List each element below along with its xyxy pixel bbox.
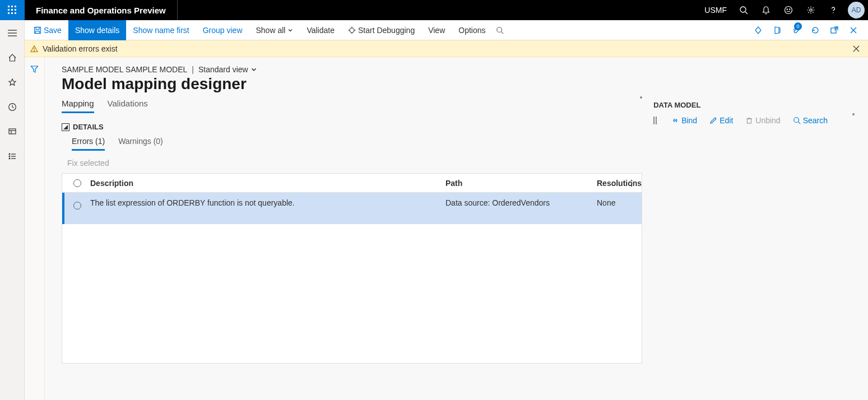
panel-grip[interactable] (653, 117, 657, 124)
svg-rect-20 (9, 129, 16, 134)
settings-button[interactable] (800, 0, 822, 20)
group-view-label: Group view (203, 26, 243, 35)
svg-line-55 (674, 119, 676, 122)
view-label: View (428, 26, 445, 35)
pencil-icon (709, 117, 717, 124)
search-button[interactable]: Search (793, 116, 828, 125)
titlebar-divider (177, 0, 178, 20)
grid-col-path[interactable]: Path (445, 179, 597, 188)
close-icon (850, 26, 857, 34)
avatar[interactable]: AD (848, 2, 865, 18)
cmd-popout-button[interactable] (827, 20, 842, 40)
row-path: Data source: OrderedVendors (445, 198, 597, 207)
banner-close-button[interactable] (848, 40, 865, 57)
chevron-down-icon (287, 27, 293, 33)
view-dropdown[interactable]: Standard view (198, 65, 257, 74)
svg-point-37 (496, 27, 502, 32)
validate-label: Validate (307, 26, 335, 35)
nav-modules[interactable] (0, 148, 25, 165)
app-title: Finance and Operations Preview (25, 6, 177, 15)
help-button[interactable] (822, 0, 844, 20)
start-debugging-label: Start Debugging (358, 26, 415, 35)
cmd-close-button[interactable] (846, 20, 861, 40)
search-button[interactable] (732, 0, 755, 20)
svg-point-51 (631, 183, 633, 184)
fix-selected-button[interactable]: Fix selected (62, 159, 642, 168)
nav-recent[interactable] (0, 99, 25, 115)
grid-column-menu[interactable] (625, 174, 638, 193)
subtab-errors[interactable]: Errors (1) (72, 137, 105, 151)
svg-rect-56 (748, 119, 751, 123)
validate-button[interactable]: Validate (300, 20, 341, 40)
grid-col-description[interactable]: Description (87, 179, 445, 188)
caret-icon (63, 125, 68, 129)
svg-rect-1 (11, 6, 13, 7)
group-view-button[interactable]: Group view (196, 20, 249, 40)
start-debugging-button[interactable]: Start Debugging (341, 20, 421, 40)
svg-point-47 (34, 50, 34, 51)
svg-rect-31 (36, 31, 40, 33)
search-label: Search (803, 116, 828, 125)
close-icon (853, 45, 860, 52)
notifications-button[interactable] (755, 0, 777, 20)
breadcrumb: SAMPLE MODEL SAMPLE MODEL (62, 65, 187, 74)
save-button[interactable]: Save (27, 20, 68, 40)
subtab-warnings[interactable]: Warnings (0) (118, 137, 163, 151)
details-heading: DETAILS (73, 123, 104, 131)
diamond-icon (754, 26, 763, 35)
more-vertical-icon (630, 179, 633, 187)
show-name-first-label: Show name first (133, 26, 189, 35)
edit-button[interactable]: Edit (709, 116, 733, 125)
nav-expand-button[interactable] (0, 25, 25, 41)
errors-grid: Description Path Resolutions (62, 173, 642, 364)
cmd-refresh-button[interactable] (807, 20, 823, 40)
show-all-dropdown[interactable]: Show all (249, 20, 300, 40)
warning-icon (30, 45, 38, 53)
view-menu[interactable]: View (421, 20, 452, 40)
svg-rect-5 (15, 9, 16, 11)
workspace-icon (8, 127, 17, 136)
search-icon (793, 117, 801, 124)
company-code[interactable]: USMF (699, 6, 732, 15)
nav-workspaces[interactable] (0, 123, 25, 140)
grip-vertical-icon (653, 117, 657, 124)
bell-icon (762, 6, 770, 15)
cmd-attachments-button[interactable]: 0 (788, 20, 804, 40)
row-select[interactable] (73, 202, 81, 210)
gear-icon (806, 6, 815, 15)
row-description: The list expression of ORDERBY function … (87, 198, 445, 207)
cmd-office-button[interactable] (769, 20, 785, 40)
refresh-icon (811, 26, 820, 35)
edit-label: Edit (720, 116, 733, 125)
save-icon (34, 26, 41, 34)
svg-point-23 (9, 154, 10, 155)
svg-point-11 (785, 7, 792, 14)
popout-icon (830, 26, 839, 35)
save-label: Save (44, 26, 62, 35)
svg-point-27 (9, 158, 10, 159)
grid-select-all[interactable] (73, 179, 81, 187)
tab-mapping[interactable]: Mapping (62, 99, 94, 113)
search-icon (496, 26, 504, 34)
table-row[interactable]: The list expression of ORDERBY function … (62, 193, 642, 224)
filter-button[interactable] (30, 65, 39, 400)
nav-favorites[interactable] (0, 74, 25, 91)
tab-validations[interactable]: Validations (108, 99, 148, 113)
trash-icon (745, 117, 753, 124)
bind-button[interactable]: Bind (671, 116, 697, 125)
svg-rect-6 (8, 12, 10, 14)
show-name-first-button[interactable]: Show name first (126, 20, 196, 40)
options-menu[interactable]: Options (452, 20, 492, 40)
details-collapse-button[interactable] (62, 123, 69, 131)
svg-point-14 (810, 9, 812, 11)
bind-label: Bind (681, 116, 697, 125)
cmd-paperclip-button[interactable] (750, 20, 766, 40)
view-dropdown-label: Standard view (198, 65, 248, 74)
nav-home[interactable] (0, 49, 25, 66)
show-details-button[interactable]: Show details (68, 20, 126, 40)
cmd-search-button[interactable] (493, 20, 507, 40)
app-launcher[interactable] (0, 0, 25, 20)
breadcrumb-sep: | (192, 65, 194, 74)
feedback-button[interactable] (777, 0, 800, 20)
svg-point-25 (9, 156, 10, 157)
